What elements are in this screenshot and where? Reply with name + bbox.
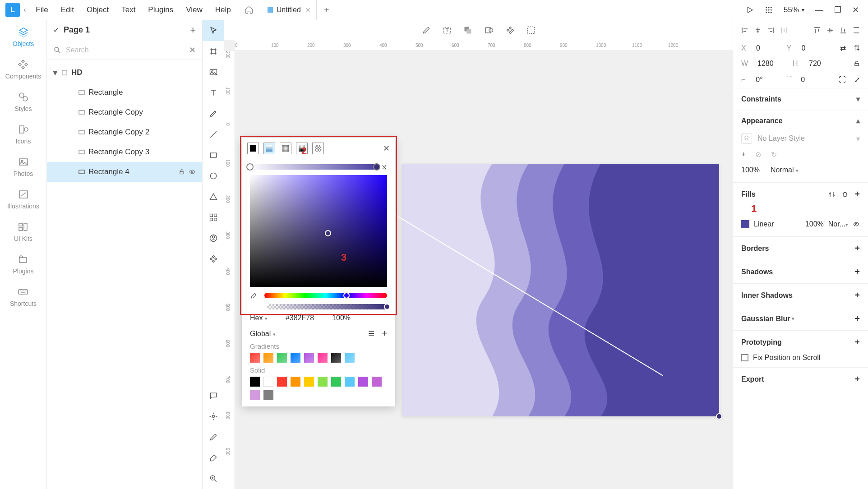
prototyping-header[interactable]: Prototyping+ [733,331,868,354]
global-colors[interactable]: Global ▾ [250,330,276,338]
sv-cursor[interactable] [325,230,331,236]
lock-aspect-icon[interactable] [854,60,860,67]
shadows-header[interactable]: Shadows+ [733,260,868,283]
gradient-stop-handle-start[interactable] [246,163,254,171]
swatch[interactable] [358,377,368,387]
menu-view[interactable]: View [180,5,209,14]
hue-slider[interactable] [264,293,387,298]
new-tab-button[interactable]: + [316,0,337,20]
artboard[interactable] [402,164,719,416]
align-right-icon[interactable] [767,27,775,34]
swatch[interactable] [250,377,260,387]
menu-edit[interactable]: Edit [55,5,80,14]
lock-icon[interactable] [179,169,185,175]
layer-rectangle-copy-2[interactable]: Rectangle Copy 2 [47,122,202,142]
doc-tab[interactable]: Untitled ✕ [261,0,316,20]
tool-text[interactable] [203,83,224,103]
menu-file[interactable]: File [29,5,54,14]
borders-add-button[interactable]: + [854,243,860,254]
leftbar-styles[interactable]: Styles [14,91,32,112]
tool-pen[interactable] [203,103,224,124]
swap-stops-icon[interactable]: ⤭ [381,163,387,171]
eye-icon[interactable] [189,169,196,175]
borders-header[interactable]: Borders+ [733,237,868,260]
gradient-stop-end[interactable] [716,413,722,420]
prototyping-add-button[interactable]: + [854,337,860,347]
swatch[interactable] [345,377,355,387]
tool-more-shapes[interactable] [203,207,224,228]
opacity-value[interactable]: 100% [741,166,760,174]
swatch[interactable] [250,390,260,400]
close-button[interactable]: ✕ [852,5,859,15]
alpha-value[interactable]: 100% [332,314,351,322]
apply-style-icon[interactable]: ⊘ [755,150,761,159]
alpha-handle[interactable] [384,304,390,310]
leftbar-objects[interactable]: Objects [13,26,34,47]
hue-handle[interactable] [343,292,350,299]
app-logo[interactable]: L [5,3,20,17]
saturation-value-area[interactable] [250,175,387,287]
mirror-v-icon[interactable]: ⇅ [854,44,860,52]
leftbar-photos[interactable]: Photos [14,156,33,177]
swatch[interactable] [304,377,314,387]
swatch[interactable] [345,353,355,363]
hex-value[interactable]: #382F78 [286,314,314,322]
export-add-button[interactable]: + [854,374,860,384]
corner-value[interactable]: 0 [801,76,822,84]
swatch[interactable] [318,353,328,363]
swatch[interactable] [250,353,260,363]
close-picker-button[interactable]: ✕ [383,143,390,153]
fills-add-button[interactable]: + [854,189,860,199]
fills-delete-icon[interactable] [842,191,848,198]
tool-ellipse[interactable] [203,166,224,186]
tab-close-icon[interactable]: ✕ [305,6,311,14]
fit-icon[interactable]: ⛶ [839,76,846,84]
tool-component[interactable] [203,249,224,269]
fill-blend[interactable]: Nor...▾ [828,220,848,228]
layer-rectangle-copy-3[interactable]: Rectangle Copy 3 [47,142,202,162]
menu-plugins[interactable]: Plugins [142,5,180,14]
grid-icon[interactable] [765,6,773,14]
shadows-add-button[interactable]: + [854,267,860,277]
alpha-slider[interactable] [267,304,387,309]
hex-mode[interactable]: Hex ▾ [250,314,268,322]
tool-pencil[interactable] [203,427,224,447]
layer-rectangle-4[interactable]: Rectangle 4 [47,162,202,182]
add-style-button[interactable]: + [741,150,745,159]
tool-zoom[interactable] [203,468,224,489]
swatch[interactable] [277,353,287,363]
swatch[interactable] [304,353,314,363]
layer-rectangle-copy[interactable]: Rectangle Copy [47,102,202,122]
leftbar-plugins[interactable]: Plugins [13,253,34,275]
leftbar-icons[interactable]: Icons [16,123,31,145]
fill-type[interactable]: Linear [754,220,774,228]
swatch[interactable] [263,390,273,400]
play-icon[interactable] [746,6,754,14]
radial-gradient-tab[interactable] [280,143,291,154]
leftbar-shortcuts[interactable]: Shortcuts [10,286,37,307]
mask-icon[interactable] [484,26,494,35]
text-box-icon[interactable] [443,26,452,35]
tool-hotspot[interactable] [203,406,224,427]
minimize-button[interactable]: — [815,5,823,15]
add-page-button[interactable]: + [190,24,196,36]
app-menu-chevron-icon[interactable]: ‹ [23,6,26,14]
zoom-level[interactable]: 55% ▾ [784,5,804,14]
inner-shadows-add-button[interactable]: + [854,290,860,300]
gradient-slider[interactable]: ⤭ [250,162,387,171]
edit-geometry-icon[interactable] [422,26,431,35]
blur-add-button[interactable]: + [854,314,860,324]
create-component-icon[interactable] [506,26,515,35]
tool-frame[interactable] [203,41,224,62]
tool-line[interactable] [203,124,224,145]
align-top-icon[interactable] [813,27,821,34]
tool-rectangle[interactable] [203,145,224,166]
fill-opacity[interactable]: 100% [805,220,824,228]
leftbar-illustrations[interactable]: Illustrations [7,188,39,210]
swatch[interactable] [291,377,300,387]
layer-style-select[interactable]: No Layer Style ▾ [741,131,860,146]
appearance-header[interactable]: Appearance▴ [733,110,868,131]
swatch[interactable] [291,353,300,363]
menu-text[interactable]: Text [115,5,142,14]
h-value[interactable]: 720 [809,60,836,68]
